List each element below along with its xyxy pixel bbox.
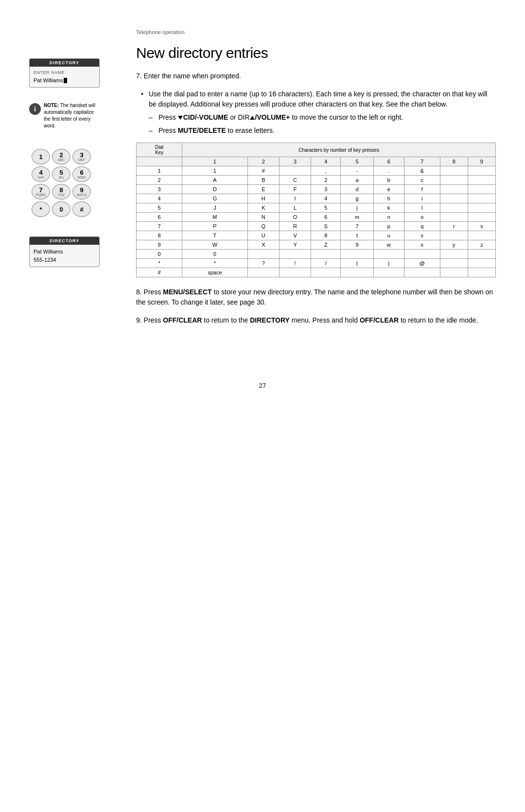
- key-8[interactable]: 8TUV: [52, 184, 70, 199]
- table-caption-row: DialKey Characters by number of key pres…: [137, 143, 496, 157]
- key-5[interactable]: 5JKL: [52, 166, 70, 182]
- table-row: 8TUV8tuv: [137, 231, 496, 240]
- lcd1-body: ENTER NAME Pat Williams: [30, 67, 99, 87]
- key-9[interactable]: 9WXYZ: [72, 184, 91, 199]
- info-icon: i: [29, 103, 41, 115]
- lcd-widget-1: DIRECTORY ENTER NAME Pat Williams: [29, 58, 100, 88]
- key-off-clear-1: OFF/CLEAR: [163, 316, 202, 324]
- key-volume-plus: /VOLUME+: [255, 113, 290, 121]
- col-num-2: 2: [247, 157, 279, 166]
- bullet1-text: Use the dial pad to enter a name (up to …: [149, 90, 487, 108]
- table-row: 2ABC2abc: [137, 176, 496, 185]
- step9-number: 9.: [136, 316, 142, 324]
- key-2[interactable]: 2ABC: [52, 149, 70, 164]
- page-title: New directory entries: [136, 45, 496, 61]
- right-column: Telephone operation New directory entrie…: [126, 29, 496, 333]
- lcd2-line1: Pat Williams: [34, 248, 95, 256]
- key-6[interactable]: 6MNO: [72, 166, 91, 182]
- table-row: 3DEF3def: [137, 185, 496, 194]
- col-num-1: 1: [182, 157, 248, 166]
- lcd-widget-2: DIRECTORY Pat Williams 555-1234: [29, 236, 100, 267]
- lcd2-body: Pat Williams 555-1234: [30, 245, 99, 267]
- keypad: 1 2ABC 3DEF 4GHI 5JKL 6MNO 7PQRS 8TUV 9W…: [32, 149, 91, 217]
- table-row: 6MNO6mno: [137, 213, 496, 222]
- note-box: i NOTE: The handset will automatically c…: [29, 102, 100, 129]
- table-row: 11#,-.&: [137, 166, 496, 176]
- lcd1-label: ENTER NAME: [34, 70, 95, 76]
- table-row: **?!/()@: [137, 259, 496, 268]
- key-3[interactable]: 3DEF: [72, 149, 91, 164]
- table-row: 9WXYZ9wxyz: [137, 240, 496, 250]
- col-characters-header: Characters by number of key presses: [182, 143, 496, 157]
- sub-bullet-2: Press MUTE/DELETE to erase letters.: [149, 126, 496, 136]
- lcd1-value: Pat Williams: [34, 76, 95, 85]
- note-text: NOTE: The handset will automatically cap…: [44, 102, 100, 129]
- key-cid-volume: CID/-VOLUME: [183, 113, 228, 121]
- key-off-clear-2: OFF/CLEAR: [360, 316, 399, 324]
- key-0[interactable]: 0: [52, 201, 70, 217]
- lcd1-header: DIRECTORY: [30, 59, 99, 67]
- col-number-row: 1 2 3 4 5 6 7 8 9: [137, 157, 496, 166]
- col-num-9: 9: [468, 157, 495, 166]
- page-number: 27: [0, 382, 525, 389]
- section-header: Telephone operation: [136, 29, 496, 35]
- col-num-5: 5: [341, 157, 373, 166]
- step7-text: Enter the name when prompted.: [144, 72, 241, 80]
- col-num-6: 6: [373, 157, 404, 166]
- table-row: 5JKL5jkl: [137, 203, 496, 213]
- cursor-indicator: [64, 78, 67, 83]
- key-directory: DIRECTORY: [250, 316, 290, 324]
- key-star[interactable]: *: [32, 201, 50, 217]
- table-row: 4GHI4ghi: [137, 194, 496, 203]
- step7-number: 7.: [136, 72, 142, 80]
- step-9: 9. Press OFF/CLEAR to return to the DIRE…: [136, 315, 496, 325]
- step-8: 8. Press MENU/SELECT to store your new d…: [136, 287, 496, 307]
- sub-bullet-1: Press CID/-VOLUME or DIR/VOLUME+ to move…: [149, 112, 496, 123]
- col-dial-key-header: DialKey: [137, 143, 182, 157]
- col-num-7: 7: [404, 157, 440, 166]
- key-menu-select: MENU/SELECT: [163, 288, 211, 296]
- left-column: DIRECTORY ENTER NAME Pat Williams i NOTE…: [29, 29, 126, 333]
- col-num-3: 3: [279, 157, 311, 166]
- col-num-8: 8: [440, 157, 468, 166]
- key-7[interactable]: 7PQRS: [32, 184, 50, 199]
- col-num-0: [137, 157, 182, 166]
- step8-number: 8.: [136, 288, 142, 296]
- triangle-up-icon: [250, 116, 255, 120]
- table-body: 11#,-.& 2ABC2abc 3DEF3def 4GHI4ghi 5JKL5…: [137, 166, 496, 277]
- bullet-1: Use the dial pad to enter a name (up to …: [141, 89, 496, 136]
- page-container: DIRECTORY ENTER NAME Pat Williams i NOTE…: [0, 0, 525, 362]
- key-4[interactable]: 4GHI: [32, 166, 50, 182]
- key-1[interactable]: 1: [32, 149, 50, 164]
- key-mute-delete: MUTE/DELETE: [178, 126, 226, 134]
- key-hash[interactable]: #: [72, 201, 91, 217]
- step-7: 7. Enter the name when prompted.: [136, 71, 496, 81]
- bullet-list: Use the dial pad to enter a name (up to …: [141, 89, 496, 136]
- table-row: 7PQRS7pqrs: [137, 222, 496, 231]
- table-row: #space: [137, 268, 496, 277]
- note-label: NOTE:: [44, 103, 59, 108]
- table-row: 00: [137, 250, 496, 259]
- lcd2-header: DIRECTORY: [30, 237, 99, 245]
- lcd2-line2: 555-1234: [34, 256, 95, 264]
- character-table: DialKey Characters by number of key pres…: [136, 143, 496, 277]
- triangle-down-icon: [178, 116, 183, 120]
- col-num-4: 4: [311, 157, 341, 166]
